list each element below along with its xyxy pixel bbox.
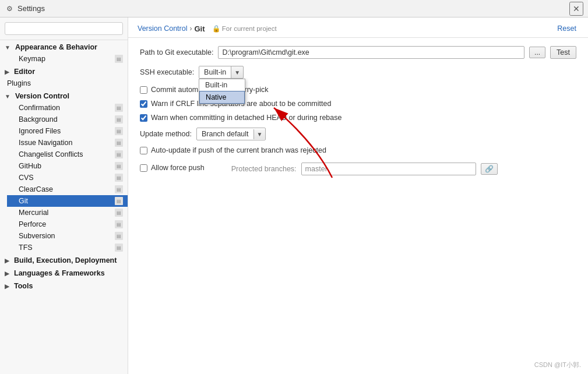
page-icon-clearcase: ▤	[115, 185, 123, 193]
sidebar-item-cvs[interactable]: CVS ▤	[7, 172, 128, 184]
sidebar-label-tfs: TFS	[19, 244, 33, 252]
close-button[interactable]: ✕	[569, 2, 583, 16]
sidebar-item-version-control[interactable]: ▼ Version Control	[0, 89, 128, 102]
sidebar-label-appearance-behavior: Appearance & Behavior	[15, 43, 97, 51]
page-icon-tfs: ▤	[115, 244, 123, 252]
sidebar-item-tfs[interactable]: TFS ▤	[7, 242, 128, 253]
add-icon: 🔗	[485, 165, 494, 173]
title-bar: ⚙ Settings ✕	[0, 0, 588, 17]
project-note: 🔒 For current project	[212, 24, 277, 33]
checkbox-commit-auto[interactable]	[140, 86, 147, 94]
sidebar-label-clearcase: ClearCase	[19, 185, 53, 193]
sidebar-tree: ▼ Appearance & Behavior Keymap ▤ ▶ Edito…	[0, 40, 128, 374]
protected-branches-row: Protected branches: 🔗	[208, 163, 576, 175]
chevron-down-icon: ▼	[5, 44, 10, 51]
sidebar-item-perforce[interactable]: Perforce ▤	[7, 218, 128, 230]
sidebar-item-editor[interactable]: ▶ Editor	[0, 65, 128, 77]
breadcrumb-parent[interactable]: Version Control	[138, 24, 187, 33]
appearance-children: Keymap ▤	[0, 53, 128, 65]
sidebar-item-changelist-conflicts[interactable]: Changelist Conflicts ▤	[7, 149, 128, 160]
sidebar-label-subversion: Subversion	[19, 232, 55, 240]
update-method-row: Update method: Branch default ▼	[140, 128, 576, 140]
content-area: Version Control › Git 🔒 For current proj…	[128, 17, 588, 374]
chevron-right-icon-build: ▶	[5, 257, 9, 264]
ssh-label: SSH executable:	[140, 68, 194, 76]
sidebar-item-languages-frameworks[interactable]: ▶ Languages & Frameworks	[0, 266, 128, 279]
sidebar-label-ignored-files: Ignored Files	[19, 127, 61, 135]
sidebar-item-github[interactable]: GitHub ▤	[7, 160, 128, 172]
path-label: Path to Git executable:	[140, 48, 213, 57]
page-icon-perforce: ▤	[115, 220, 123, 228]
breadcrumb: Version Control › Git 🔒 For current proj…	[138, 24, 277, 33]
watermark: CSDN @IT小郭.	[534, 361, 581, 369]
ssh-option-native[interactable]: Native	[199, 91, 245, 104]
sidebar-item-clearcase[interactable]: ClearCase ▤	[7, 184, 128, 195]
sidebar-item-issue-navigation[interactable]: Issue Navigation ▤	[7, 137, 128, 149]
page-icon-git: ▤	[115, 197, 123, 205]
title-bar-left: ⚙ Settings	[5, 4, 45, 13]
checkbox-label-3: Warn when committing in detached HEAD or…	[151, 114, 341, 122]
protected-input[interactable]	[301, 163, 476, 175]
checkbox-row-4: Auto-update if push of the current branc…	[140, 146, 576, 154]
sidebar-item-mercurial[interactable]: Mercurial ▤	[7, 207, 128, 218]
checkbox-crlf[interactable]	[140, 100, 147, 108]
page-icon-confirmation: ▤	[115, 104, 123, 112]
sidebar-item-appearance-behavior[interactable]: ▼ Appearance & Behavior	[0, 40, 128, 53]
sidebar-label-issue-navigation: Issue Navigation	[19, 139, 72, 147]
checkbox-force-push[interactable]	[140, 164, 147, 172]
ssh-dropdown-container: Built-in ▼ Built-in Native	[199, 66, 244, 79]
path-input[interactable]	[218, 46, 524, 59]
sidebar-label-keymap: Keymap	[19, 55, 45, 63]
git-path-row: Path to Git executable: ... Test	[140, 46, 576, 59]
ssh-dropdown-button[interactable]: Built-in ▼	[199, 66, 244, 79]
vc-children: Confirmation ▤ Background ▤ Ignored File…	[0, 102, 128, 253]
sidebar-label-changelist-conflicts: Changelist Conflicts	[19, 150, 83, 158]
sidebar-label-background: Background	[19, 115, 58, 124]
search-input[interactable]	[5, 22, 123, 35]
breadcrumb-current: Git	[194, 24, 205, 33]
page-icon-subversion: ▤	[115, 232, 123, 240]
update-dropdown-arrow-icon[interactable]: ▼	[253, 129, 266, 139]
sidebar-label-confirmation: Confirmation	[19, 104, 60, 112]
reset-button[interactable]: Reset	[555, 23, 579, 34]
sidebar-item-ignored-files[interactable]: Ignored Files ▤	[7, 125, 128, 137]
checkbox-auto-update[interactable]	[140, 147, 147, 154]
sidebar: ▼ Appearance & Behavior Keymap ▤ ▶ Edito…	[0, 17, 128, 374]
sidebar-label-github: GitHub	[19, 162, 41, 170]
sidebar-item-git[interactable]: Git ▤	[7, 195, 128, 207]
protected-add-button[interactable]: 🔗	[481, 163, 498, 175]
breadcrumb-separator: ›	[189, 24, 192, 33]
sidebar-item-keymap[interactable]: Keymap ▤	[7, 53, 128, 65]
sidebar-label-languages-frameworks: Languages & Frameworks	[14, 269, 105, 277]
checkbox-label-4: Auto-update if push of the current branc…	[151, 146, 326, 154]
sidebar-item-build-execution[interactable]: ▶ Build, Execution, Deployment	[0, 253, 128, 266]
chevron-right-icon-tools: ▶	[5, 283, 9, 290]
sidebar-label-mercurial: Mercurial	[19, 209, 48, 217]
ssh-row: SSH executable: Built-in ▼ Built-in Nati…	[140, 66, 576, 79]
checkbox-row-3: Warn when committing in detached HEAD or…	[140, 114, 576, 122]
sidebar-item-subversion[interactable]: Subversion ▤	[7, 230, 128, 242]
update-dropdown[interactable]: Branch default ▼	[196, 128, 266, 140]
ssh-dropdown-value: Built-in	[199, 66, 231, 78]
checkbox-detached-head[interactable]	[140, 114, 147, 122]
sidebar-label-git: Git	[19, 197, 28, 205]
settings-icon: ⚙	[5, 4, 14, 13]
test-button[interactable]: Test	[550, 46, 576, 59]
browse-button[interactable]: ...	[529, 47, 545, 58]
window-title: Settings	[17, 4, 45, 13]
content-header: Version Control › Git 🔒 For current proj…	[128, 17, 588, 38]
dropdown-arrow-icon[interactable]: ▼	[231, 68, 243, 77]
sidebar-item-confirmation[interactable]: Confirmation ▤	[7, 102, 128, 114]
sidebar-label-version-control: Version Control	[15, 92, 69, 100]
search-box[interactable]	[0, 17, 128, 40]
sidebar-item-tools[interactable]: ▶ Tools	[0, 279, 128, 292]
sidebar-label-build-execution: Build, Execution, Deployment	[14, 256, 117, 264]
ssh-dropdown-menu: Built-in Native	[199, 79, 245, 104]
protected-label: Protected branches:	[231, 165, 297, 173]
checkbox-row-5: Allow force push Protected branches: 🔗	[140, 160, 576, 175]
sidebar-item-plugins[interactable]: Plugins	[0, 77, 128, 89]
content-body: Path to Git executable: ... Test SSH exe…	[128, 38, 588, 374]
ssh-option-builtin[interactable]: Built-in	[199, 79, 245, 91]
sidebar-item-background[interactable]: Background ▤	[7, 114, 128, 125]
sidebar-label-cvs: CVS	[19, 174, 34, 182]
